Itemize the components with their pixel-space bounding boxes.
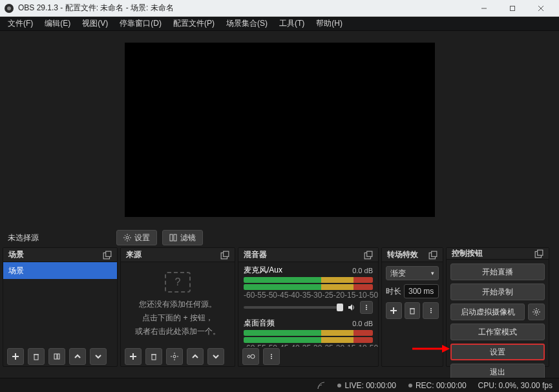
source-up-button[interactable]	[187, 348, 204, 365]
mixer-channel-db: 0.0 dB	[352, 320, 373, 327]
dock-mixer-header[interactable]: 混音器	[238, 248, 378, 262]
svg-rect-15	[170, 234, 173, 241]
dock-sources-header[interactable]: 来源	[121, 248, 235, 262]
menu-scenecol[interactable]: 场景集合(S)	[221, 16, 273, 31]
scene-remove-button[interactable]	[28, 348, 45, 365]
menu-view[interactable]: 视图(V)	[77, 16, 113, 31]
source-settings-button[interactable]	[166, 348, 183, 365]
svg-point-57	[430, 308, 432, 309]
menu-docks[interactable]: 停靠窗口(D)	[114, 16, 167, 31]
menu-help[interactable]: 帮助(H)	[311, 16, 348, 31]
studio-mode-button[interactable]: 工作室模式	[450, 324, 545, 340]
menu-edit[interactable]: 编辑(E)	[39, 16, 76, 31]
dock-sources-title: 来源	[126, 249, 142, 260]
source-down-button[interactable]	[207, 348, 224, 365]
gear-icon	[533, 308, 540, 316]
menu-tools[interactable]: 工具(T)	[274, 16, 310, 31]
menu-profile[interactable]: 配置文件(P)	[168, 16, 220, 31]
transition-remove-button[interactable]	[405, 302, 421, 319]
mixer-channel-name: 桌面音频	[244, 318, 352, 329]
start-vcam-button[interactable]: 启动虚拟摄像机	[450, 304, 525, 320]
source-properties-button[interactable]: 设置	[116, 230, 157, 245]
preview-area[interactable]	[0, 31, 559, 228]
start-stream-button[interactable]: 开始直播	[450, 263, 545, 280]
svg-point-6	[126, 236, 129, 239]
speaker-icon[interactable]	[347, 303, 356, 312]
settings-button[interactable]: 设置	[450, 344, 545, 360]
popout-icon[interactable]	[534, 249, 543, 258]
vcam-settings-button[interactable]	[528, 304, 545, 320]
svg-rect-29	[152, 355, 156, 360]
svg-line-70	[534, 314, 534, 315]
dock-transitions-header[interactable]: 转场特效	[382, 248, 443, 262]
scene-item[interactable]: 场景	[3, 262, 117, 279]
duration-input[interactable]: 300 ms	[404, 284, 439, 298]
dock-transitions-title: 转场特效	[387, 249, 418, 260]
source-remove-button[interactable]	[145, 348, 162, 365]
preview-canvas[interactable]	[125, 43, 435, 217]
mixer-channel-menu[interactable]	[360, 301, 373, 314]
svg-point-39	[366, 305, 367, 306]
dots-icon	[268, 353, 275, 360]
duration-value: 300 ms	[408, 287, 434, 296]
source-filters-button[interactable]: 滤镜	[162, 230, 203, 245]
dock-mixer-title: 混音器	[244, 249, 267, 260]
mixer-menu-button[interactable]	[263, 348, 280, 365]
sources-empty[interactable]: ? 您还没有添加任何源。 点击下面的 + 按钮， 或者右击此处添加一个。	[121, 262, 235, 347]
mixer-advanced-button[interactable]	[242, 348, 259, 365]
dock-controls: 控制按钮 开始直播 开始录制 启动虚拟摄像机 工作室模式 设置 退出	[446, 247, 549, 367]
window-close[interactable]	[527, 1, 555, 16]
popout-icon[interactable]	[220, 251, 229, 260]
transition-select[interactable]: 渐变 ▾	[386, 266, 439, 280]
trash-icon	[408, 307, 416, 315]
plus-icon	[390, 307, 397, 315]
svg-rect-24	[58, 354, 59, 359]
window-maximize[interactable]	[498, 1, 527, 16]
popout-icon[interactable]	[428, 251, 438, 260]
svg-point-71	[337, 384, 341, 387]
svg-point-41	[366, 309, 367, 310]
scene-filter-button[interactable]	[48, 348, 65, 365]
volume-slider[interactable]	[244, 306, 343, 309]
sources-empty-line3: 或者右击此处添加一个。	[135, 326, 220, 337]
scene-add-button[interactable]	[7, 348, 24, 365]
stack-icon	[53, 353, 61, 360]
source-filters-label: 滤镜	[180, 232, 196, 243]
menubar: 文件(F) 编辑(E) 视图(V) 停靠窗口(D) 配置文件(P) 场景集合(S…	[0, 17, 559, 31]
dock-scenes-header[interactable]: 场景	[3, 248, 117, 262]
docks-row: 场景 场景 来源 ? 您还没有添加任何源。 点击下面的 + 按钮， 或者右击此处…	[0, 247, 559, 367]
svg-rect-26	[224, 251, 229, 256]
start-record-button[interactable]: 开始录制	[450, 284, 545, 300]
svg-line-13	[129, 235, 130, 236]
source-add-button[interactable]	[125, 348, 142, 365]
svg-rect-16	[174, 234, 176, 241]
mixer-channel-db: 0.0 dB	[352, 267, 373, 274]
dock-controls-header[interactable]: 控制按钮	[447, 248, 549, 260]
svg-line-12	[129, 240, 130, 240]
dots-icon	[428, 307, 434, 314]
svg-point-49	[271, 356, 272, 357]
transition-props-button[interactable]	[423, 302, 439, 319]
window-minimize[interactable]	[470, 1, 498, 16]
dot-icon	[408, 383, 413, 388]
svg-line-14	[125, 240, 125, 240]
menu-file[interactable]: 文件(F)	[3, 16, 38, 31]
popout-icon[interactable]	[103, 251, 112, 260]
transition-add-button[interactable]	[386, 302, 402, 319]
popout-icon[interactable]	[364, 251, 373, 260]
chevron-up-icon	[74, 353, 81, 360]
statusbar: LIVE: 00:00:00 REC: 00:00:00 CPU: 0.0%, …	[0, 378, 559, 392]
vu-meter	[244, 277, 373, 283]
svg-rect-18	[106, 251, 111, 256]
dock-controls-title: 控制按钮	[452, 248, 483, 259]
dot-icon	[337, 383, 342, 388]
svg-rect-55	[410, 309, 414, 314]
source-properties-label: 设置	[134, 232, 150, 243]
obs-logo-icon	[4, 3, 14, 14]
scene-down-button[interactable]	[90, 348, 107, 365]
trash-icon	[150, 353, 158, 360]
svg-rect-52	[432, 251, 437, 256]
scene-up-button[interactable]	[69, 348, 86, 365]
mixer-channel: 麦克风/Aux 0.0 dB -60-55-50-45-40-35-30-25-…	[238, 262, 378, 315]
chevron-down-icon	[94, 353, 102, 360]
